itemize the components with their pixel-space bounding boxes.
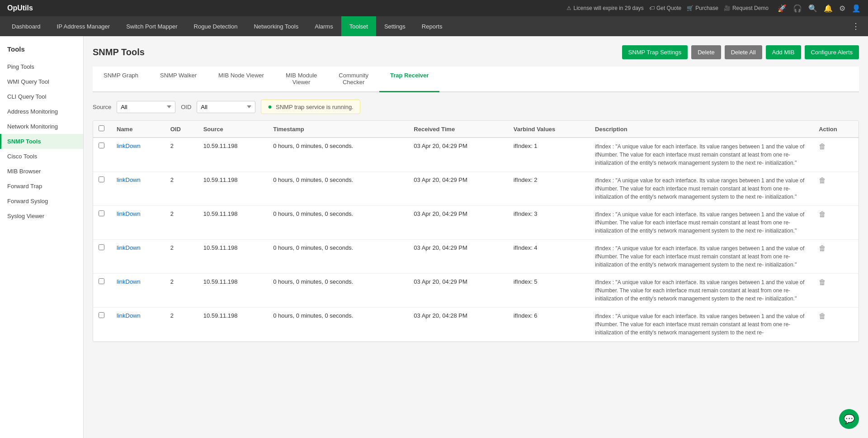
tab-community-checker[interactable]: CommunityChecker [328,67,379,92]
row-action: 🗑 [813,274,859,308]
nav-networking-tools[interactable]: Networking Tools [245,16,307,36]
row-name[interactable]: linkDown [111,308,165,342]
row-varbind: ifIndex: 1 [508,138,590,172]
sidebar-item-snmp-tools[interactable]: SNMP Tools [0,134,83,149]
sidebar-item-forward-syslog[interactable]: Forward Syslog [0,194,83,209]
row-timestamp: 0 hours, 0 minutes, 0 seconds. [268,240,408,274]
topbar-right: ⚠ License will expire in 29 days 🏷 Get Q… [566,4,861,13]
col-timestamp: Timestamp [268,121,408,138]
row-action: 🗑 [813,138,859,172]
sidebar-item-wmi-query-tool[interactable]: WMI Query Tool [0,74,83,89]
configure-alerts-button[interactable]: Configure Alerts [805,45,859,59]
table-row: linkDown 2 10.59.11.198 0 hours, 0 minut… [93,274,859,308]
nav-rogue-detection[interactable]: Rogue Detection [186,16,246,36]
purchase-link[interactable]: 🛒 Purchase [687,5,718,11]
row-varbind: ifIndex: 3 [508,206,590,240]
filter-row: Source All OID All ● SNMP trap service i… [93,100,859,114]
nav-settings[interactable]: Settings [376,16,414,36]
sidebar-item-cli-query-tool[interactable]: CLI Query Tool [0,89,83,104]
row-name[interactable]: linkDown [111,274,165,308]
row-description: ifIndex : "A unique value for each inter… [590,240,813,274]
sidebar-item-cisco-tools[interactable]: Cisco Tools [0,149,83,164]
nav-toolset[interactable]: Toolset [341,16,376,36]
row-received-time: 03 Apr 20, 04:29 PM [408,206,508,240]
sidebar-item-network-monitoring[interactable]: Network Monitoring [0,119,83,134]
table-row: linkDown 2 10.59.11.198 0 hours, 0 minut… [93,138,859,172]
source-label: Source [93,104,111,110]
topbar-icons: 🚀 🎧 🔍 🔔 ⚙ 👤 [778,4,861,13]
row-varbind: ifIndex: 2 [508,172,590,206]
row-name[interactable]: linkDown [111,172,165,206]
headset-icon[interactable]: 🎧 [793,4,802,13]
table-row: linkDown 2 10.59.11.198 0 hours, 0 minut… [93,206,859,240]
add-mib-button[interactable]: Add MIB [766,45,801,59]
tab-snmp-graph[interactable]: SNMP Graph [93,67,149,92]
sidebar-item-mib-browser[interactable]: MIB Browser [0,164,83,179]
row-received-time: 03 Apr 20, 04:29 PM [408,274,508,308]
row-name[interactable]: linkDown [111,240,165,274]
row-description: ifIndex : "A unique value for each inter… [590,206,813,240]
row-name[interactable]: linkDown [111,206,165,240]
col-varbind: Varbind Values [508,121,590,138]
delete-button[interactable]: Delete [691,45,721,59]
row-source: 10.59.11.198 [198,206,268,240]
app-logo: OpUtils [7,4,33,12]
support-fab[interactable]: 💬 [839,409,859,429]
row-checkbox[interactable] [93,308,111,342]
row-source: 10.59.11.198 [198,240,268,274]
row-description: ifIndex : "A unique value for each inter… [590,308,813,342]
row-checkbox[interactable] [93,206,111,240]
sidebar-item-syslog-viewer[interactable]: Syslog Viewer [0,209,83,224]
row-action: 🗑 [813,308,859,342]
tab-snmp-walker[interactable]: SNMP Walker [149,67,208,92]
get-quote-link[interactable]: 🏷 Get Quote [649,5,681,11]
select-all-checkbox[interactable] [99,125,104,131]
row-varbind: ifIndex: 4 [508,240,590,274]
nav-reports[interactable]: Reports [414,16,451,36]
header-buttons: SNMP Trap Settings Delete Delete All Add… [622,45,859,59]
nav-ip-address-manager[interactable]: IP Address Manager [49,16,118,36]
row-received-time: 03 Apr 20, 04:28 PM [408,308,508,342]
row-source: 10.59.11.198 [198,172,268,206]
row-name[interactable]: linkDown [111,138,165,172]
gear-icon[interactable]: ⚙ [839,4,845,13]
sidebar-item-ping-tools[interactable]: Ping Tools [0,59,83,74]
delete-row-icon[interactable]: 🗑 [819,210,826,218]
sidebar-item-forward-trap[interactable]: Forward Trap [0,179,83,194]
tab-mib-module-viewer[interactable]: MIB ModuleViewer [275,67,328,92]
row-oid: 2 [165,138,198,172]
rocket-icon[interactable]: 🚀 [778,4,787,13]
license-notice: ⚠ License will expire in 29 days [566,5,643,11]
col-oid: OID [165,121,198,138]
snmp-trap-settings-button[interactable]: SNMP Trap Settings [622,45,688,59]
nav-alarms[interactable]: Alarms [307,16,341,36]
delete-row-icon[interactable]: 🗑 [819,312,826,320]
navbar-more-icon[interactable]: ⋮ [847,21,864,31]
page-title: SNMP Tools [93,47,145,57]
delete-all-button[interactable]: Delete All [725,45,762,59]
source-select[interactable]: All [117,101,175,113]
sidebar-item-address-monitoring[interactable]: Address Monitoring [0,104,83,119]
tab-trap-receiver[interactable]: Trap Receiver [379,67,439,92]
delete-row-icon[interactable]: 🗑 [819,143,826,150]
delete-row-icon[interactable]: 🗑 [819,244,826,252]
oid-select[interactable]: All [197,101,255,113]
col-received-time: Received Time [408,121,508,138]
search-icon[interactable]: 🔍 [808,4,817,13]
delete-row-icon[interactable]: 🗑 [819,278,826,286]
row-checkbox[interactable] [93,274,111,308]
row-action: 🗑 [813,172,859,206]
nav-switch-port-mapper[interactable]: Switch Port Mapper [118,16,185,36]
row-checkbox[interactable] [93,138,111,172]
trap-table: Name OID Source Timestamp Received Time … [93,120,859,342]
delete-row-icon[interactable]: 🗑 [819,176,826,184]
request-demo-link[interactable]: 🎥 Request Demo [724,5,769,11]
row-checkbox[interactable] [93,240,111,274]
user-icon[interactable]: 👤 [852,4,861,13]
row-checkbox[interactable] [93,172,111,206]
row-description: ifIndex : "A unique value for each inter… [590,172,813,206]
nav-dashboard[interactable]: Dashboard [4,16,49,36]
row-varbind: ifIndex: 5 [508,274,590,308]
tab-mib-node-viewer[interactable]: MIB Node Viewer [208,67,275,92]
bell-icon[interactable]: 🔔 [824,4,833,13]
